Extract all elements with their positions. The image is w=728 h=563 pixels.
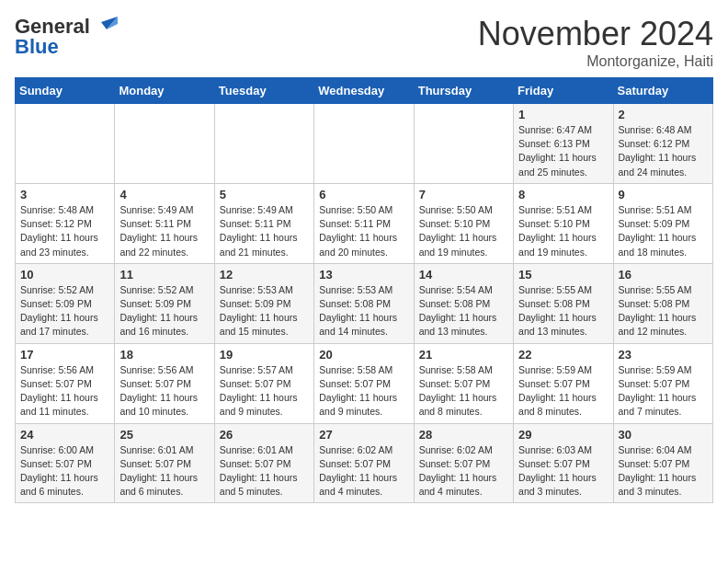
day-number: 1 <box>518 108 608 121</box>
day-number: 21 <box>419 348 508 362</box>
calendar-cell: 16Sunrise: 5:55 AM Sunset: 5:08 PM Dayli… <box>613 263 712 343</box>
calendar-cell: 29Sunrise: 6:03 AM Sunset: 5:07 PM Dayli… <box>514 423 613 503</box>
day-info: Sunrise: 5:53 AM Sunset: 5:08 PM Dayligh… <box>319 283 408 339</box>
day-info: Sunrise: 5:56 AM Sunset: 5:07 PM Dayligh… <box>119 363 209 419</box>
day-info: Sunrise: 5:55 AM Sunset: 5:08 PM Dayligh… <box>619 283 708 339</box>
day-number: 5 <box>220 188 309 201</box>
day-number: 8 <box>518 188 608 201</box>
day-info: Sunrise: 5:54 AM Sunset: 5:08 PM Dayligh… <box>419 283 508 339</box>
calendar-cell: 4Sunrise: 5:49 AM Sunset: 5:11 PM Daylig… <box>115 183 214 263</box>
calendar-cell: 19Sunrise: 5:57 AM Sunset: 5:07 PM Dayli… <box>214 343 313 423</box>
calendar-cell: 15Sunrise: 5:55 AM Sunset: 5:08 PM Dayli… <box>514 263 613 343</box>
logo-text-blue: Blue <box>15 35 59 59</box>
day-info: Sunrise: 5:56 AM Sunset: 5:07 PM Dayligh… <box>20 363 109 419</box>
logo: General Blue <box>15 15 118 59</box>
day-number: 3 <box>20 188 109 201</box>
day-info: Sunrise: 5:51 AM Sunset: 5:09 PM Dayligh… <box>619 203 708 259</box>
day-info: Sunrise: 5:59 AM Sunset: 5:07 PM Dayligh… <box>518 363 608 419</box>
weekday-header-wednesday: Wednesday <box>314 78 414 104</box>
location-subtitle: Montorganize, Haiti <box>478 53 713 70</box>
day-number: 20 <box>319 348 408 362</box>
day-info: Sunrise: 6:01 AM Sunset: 5:07 PM Dayligh… <box>119 443 209 500</box>
calendar-week-5: 24Sunrise: 6:00 AM Sunset: 5:07 PM Dayli… <box>16 423 713 503</box>
calendar-cell: 26Sunrise: 6:01 AM Sunset: 5:07 PM Dayli… <box>214 423 313 503</box>
calendar-cell: 11Sunrise: 5:52 AM Sunset: 5:09 PM Dayli… <box>115 263 214 343</box>
day-info: Sunrise: 5:59 AM Sunset: 5:07 PM Dayligh… <box>619 363 708 419</box>
weekday-header-tuesday: Tuesday <box>214 78 313 104</box>
calendar-week-1: 1Sunrise: 6:47 AM Sunset: 6:13 PM Daylig… <box>16 104 713 184</box>
calendar-cell: 25Sunrise: 6:01 AM Sunset: 5:07 PM Dayli… <box>115 423 214 503</box>
calendar-table: SundayMondayTuesdayWednesdayThursdayFrid… <box>15 77 713 503</box>
day-info: Sunrise: 5:49 AM Sunset: 5:11 PM Dayligh… <box>220 203 309 259</box>
weekday-header-monday: Monday <box>115 78 214 104</box>
calendar-cell: 27Sunrise: 6:02 AM Sunset: 5:07 PM Dayli… <box>314 423 414 503</box>
weekday-header-friday: Friday <box>514 78 613 104</box>
day-info: Sunrise: 5:52 AM Sunset: 5:09 PM Dayligh… <box>20 283 109 339</box>
day-number: 25 <box>119 428 209 442</box>
calendar-cell <box>214 104 313 184</box>
calendar-cell: 1Sunrise: 6:47 AM Sunset: 6:13 PM Daylig… <box>514 104 613 184</box>
day-info: Sunrise: 6:00 AM Sunset: 5:07 PM Dayligh… <box>20 443 109 500</box>
day-number: 27 <box>319 428 408 442</box>
day-info: Sunrise: 5:55 AM Sunset: 5:08 PM Dayligh… <box>518 283 608 339</box>
day-number: 16 <box>619 268 708 282</box>
day-number: 10 <box>20 268 109 282</box>
calendar-cell: 23Sunrise: 5:59 AM Sunset: 5:07 PM Dayli… <box>613 343 712 423</box>
day-number: 2 <box>619 108 708 121</box>
calendar-cell: 3Sunrise: 5:48 AM Sunset: 5:12 PM Daylig… <box>16 183 115 263</box>
weekday-header-sunday: Sunday <box>16 78 115 104</box>
day-info: Sunrise: 5:58 AM Sunset: 5:07 PM Dayligh… <box>319 363 408 419</box>
calendar-cell: 7Sunrise: 5:50 AM Sunset: 5:10 PM Daylig… <box>414 183 513 263</box>
day-info: Sunrise: 5:58 AM Sunset: 5:07 PM Dayligh… <box>419 363 508 419</box>
day-info: Sunrise: 5:57 AM Sunset: 5:07 PM Dayligh… <box>220 363 309 419</box>
logo-bird-icon <box>92 17 118 37</box>
calendar-cell: 28Sunrise: 6:02 AM Sunset: 5:07 PM Dayli… <box>414 423 513 503</box>
day-number: 24 <box>20 428 109 442</box>
day-info: Sunrise: 6:04 AM Sunset: 5:07 PM Dayligh… <box>619 443 708 500</box>
day-info: Sunrise: 6:47 AM Sunset: 6:13 PM Dayligh… <box>518 123 608 179</box>
day-number: 4 <box>119 188 209 201</box>
calendar-cell: 24Sunrise: 6:00 AM Sunset: 5:07 PM Dayli… <box>16 423 115 503</box>
calendar-week-4: 17Sunrise: 5:56 AM Sunset: 5:07 PM Dayli… <box>16 343 713 423</box>
day-number: 28 <box>419 428 508 442</box>
calendar-cell: 12Sunrise: 5:53 AM Sunset: 5:09 PM Dayli… <box>214 263 313 343</box>
calendar-cell: 5Sunrise: 5:49 AM Sunset: 5:11 PM Daylig… <box>214 183 313 263</box>
day-number: 17 <box>20 348 109 362</box>
day-number: 15 <box>518 268 608 282</box>
calendar-cell: 22Sunrise: 5:59 AM Sunset: 5:07 PM Dayli… <box>514 343 613 423</box>
day-info: Sunrise: 5:50 AM Sunset: 5:10 PM Dayligh… <box>419 203 508 259</box>
calendar-cell: 20Sunrise: 5:58 AM Sunset: 5:07 PM Dayli… <box>314 343 414 423</box>
day-info: Sunrise: 5:53 AM Sunset: 5:09 PM Dayligh… <box>220 283 309 339</box>
calendar-week-3: 10Sunrise: 5:52 AM Sunset: 5:09 PM Dayli… <box>16 263 713 343</box>
calendar-cell: 17Sunrise: 5:56 AM Sunset: 5:07 PM Dayli… <box>16 343 115 423</box>
calendar-cell <box>16 104 115 184</box>
calendar-cell: 10Sunrise: 5:52 AM Sunset: 5:09 PM Dayli… <box>16 263 115 343</box>
day-number: 22 <box>518 348 608 362</box>
day-number: 26 <box>220 428 309 442</box>
day-number: 14 <box>419 268 508 282</box>
day-number: 23 <box>619 348 708 362</box>
calendar-cell: 18Sunrise: 5:56 AM Sunset: 5:07 PM Dayli… <box>115 343 214 423</box>
calendar-cell: 8Sunrise: 5:51 AM Sunset: 5:10 PM Daylig… <box>514 183 613 263</box>
day-number: 11 <box>119 268 209 282</box>
weekday-header-thursday: Thursday <box>414 78 513 104</box>
day-number: 6 <box>319 188 408 201</box>
day-number: 12 <box>220 268 309 282</box>
day-info: Sunrise: 5:52 AM Sunset: 5:09 PM Dayligh… <box>119 283 209 339</box>
day-number: 29 <box>518 428 608 442</box>
calendar-cell: 2Sunrise: 6:48 AM Sunset: 6:12 PM Daylig… <box>613 104 712 184</box>
calendar-cell: 9Sunrise: 5:51 AM Sunset: 5:09 PM Daylig… <box>613 183 712 263</box>
calendar-cell: 13Sunrise: 5:53 AM Sunset: 5:08 PM Dayli… <box>314 263 414 343</box>
page-header: General Blue November 2024 Montorganize,… <box>15 15 713 70</box>
day-info: Sunrise: 5:48 AM Sunset: 5:12 PM Dayligh… <box>20 203 109 259</box>
calendar-cell <box>115 104 214 184</box>
calendar-week-2: 3Sunrise: 5:48 AM Sunset: 5:12 PM Daylig… <box>16 183 713 263</box>
calendar-cell: 6Sunrise: 5:50 AM Sunset: 5:11 PM Daylig… <box>314 183 414 263</box>
calendar-cell: 14Sunrise: 5:54 AM Sunset: 5:08 PM Dayli… <box>414 263 513 343</box>
day-number: 18 <box>119 348 209 362</box>
day-info: Sunrise: 6:48 AM Sunset: 6:12 PM Dayligh… <box>619 123 708 179</box>
day-info: Sunrise: 5:50 AM Sunset: 5:11 PM Dayligh… <box>319 203 408 259</box>
day-info: Sunrise: 5:49 AM Sunset: 5:11 PM Dayligh… <box>119 203 209 259</box>
weekday-header-saturday: Saturday <box>613 78 712 104</box>
day-info: Sunrise: 6:02 AM Sunset: 5:07 PM Dayligh… <box>419 443 508 500</box>
